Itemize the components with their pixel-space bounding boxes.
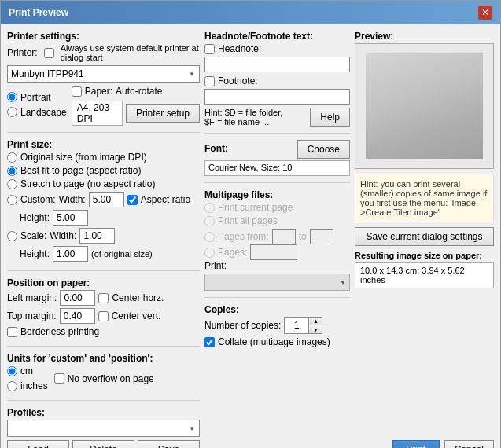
printer-combo-wrapper: Munbyn ITPP941 (7, 65, 200, 83)
pages-from-row: Pages from: to (204, 229, 350, 244)
print-combo-arrow-icon: ▼ (340, 279, 346, 286)
aspect-ratio-checkbox[interactable] (127, 195, 138, 205)
center-vert-checkbox[interactable] (98, 311, 109, 321)
original-size-radio[interactable] (7, 152, 17, 163)
save-settings-button[interactable]: Save current dialog settings (355, 227, 494, 246)
profiles-combo-wrapper (7, 420, 200, 437)
print-label-row: Print: (204, 260, 350, 271)
printer-label: Printer: (7, 47, 38, 58)
pages-input[interactable] (250, 244, 297, 260)
height-label: Height: (20, 212, 50, 223)
inches-row: inches (7, 380, 48, 391)
pages-from-radio[interactable] (204, 232, 215, 242)
spinner-buttons: ▲ ▼ (308, 318, 322, 333)
portrait-label: Portrait (20, 92, 51, 103)
scale-radio[interactable] (7, 231, 17, 241)
print-all-radio[interactable] (204, 216, 215, 226)
pages-from-input[interactable] (272, 229, 296, 244)
print-button[interactable]: Print (392, 440, 440, 448)
portrait-row: Portrait (7, 92, 67, 103)
printer-setup-button[interactable]: Printer setup (126, 104, 200, 123)
scale-width-input[interactable] (79, 228, 115, 244)
printer-label-row: Printer: Always use system default print… (7, 43, 200, 62)
multipage-section: Multipage files: Print current page Prin… (204, 189, 350, 291)
copies-input[interactable] (285, 318, 308, 333)
top-margin-row: Top margin: Center vert. (7, 308, 200, 324)
delete-button[interactable]: Delete (72, 440, 134, 448)
inches-radio[interactable] (7, 381, 17, 391)
copies-section: Copies: Number of copies: ▲ ▼ Collate (m… (204, 304, 350, 347)
collate-row: Collate (multipage images) (204, 336, 350, 347)
orientation-row: Portrait Landscape Paper: Auto-rotate (7, 86, 200, 126)
sep3 (7, 346, 200, 347)
spinner-up-button[interactable]: ▲ (309, 318, 322, 325)
units-row: cm inches No overflow on page (7, 365, 200, 394)
print-current-radio[interactable] (204, 203, 215, 213)
auto-rotate-label: Auto-rotate (116, 86, 162, 97)
stretch-radio[interactable] (7, 179, 17, 189)
custom-width-input[interactable] (89, 192, 124, 207)
scale-height-input[interactable] (53, 246, 88, 262)
paper-dpi-row: A4, 203 DPI Printer setup (72, 101, 200, 126)
landscape-radio[interactable] (7, 107, 17, 117)
collate-checkbox[interactable] (204, 337, 215, 347)
headnote-section-label: Headnote/Footnote text: (204, 31, 350, 42)
custom-radio[interactable] (7, 195, 17, 205)
stretch-row: Stretch to page (no aspect ratio) (7, 178, 200, 189)
cancel-button[interactable]: Cancel (444, 440, 494, 448)
left-margin-row: Left margin: Center horz. (7, 290, 200, 306)
no-overflow-row: No overflow on page (54, 373, 154, 384)
profiles-select[interactable] (7, 420, 200, 437)
printer-select[interactable]: Munbyn ITPP941 (7, 65, 200, 83)
always-default-checkbox[interactable] (44, 48, 54, 58)
help-button[interactable]: Help (310, 108, 350, 127)
pages-row: Pages: (204, 244, 350, 260)
best-fit-radio[interactable] (7, 166, 17, 176)
choose-font-button[interactable]: Choose (297, 140, 350, 159)
close-button[interactable]: ✕ (478, 6, 492, 20)
center-horz-checkbox[interactable] (98, 293, 109, 303)
scale-height-label: Height: (20, 248, 50, 259)
print-all-label: Print all pages (218, 215, 278, 226)
save-profile-button[interactable]: Save (138, 440, 200, 448)
inches-label: inches (20, 380, 48, 391)
footnote-row: Footnote: (204, 75, 350, 86)
custom-label: Custom: (20, 194, 56, 205)
cm-radio[interactable] (7, 366, 17, 376)
no-overflow-label: No overflow on page (68, 373, 154, 384)
pages-radio[interactable] (204, 248, 215, 258)
footnote-checkbox[interactable] (204, 76, 215, 86)
top-margin-input[interactable] (60, 308, 95, 324)
spacer (355, 293, 494, 435)
portrait-radio[interactable] (7, 92, 17, 102)
load-button[interactable]: Load (7, 440, 69, 448)
pages-to-input[interactable] (310, 229, 333, 244)
msep3 (204, 297, 350, 298)
result-size-section: Resulting image size on paper: 10.0 x 14… (355, 251, 494, 288)
printer-settings-section: Printer settings: Printer: Always use sy… (7, 31, 200, 126)
custom-height-input[interactable] (53, 210, 88, 226)
position-section: Position on paper: Left margin: Center h… (7, 277, 200, 340)
left-margin-input[interactable] (60, 290, 95, 306)
headnote-input[interactable] (204, 57, 350, 72)
font-header-row: Font: Choose (204, 140, 350, 159)
auto-rotate-checkbox[interactable] (72, 86, 82, 97)
result-size-value: 10.0 x 14.3 cm; 3.94 x 5.62 inches (355, 262, 494, 288)
footnote-input[interactable] (204, 89, 350, 105)
custom-width-row: Custom: Width: Aspect ratio (7, 192, 200, 207)
headnote-checkbox[interactable] (204, 44, 215, 54)
aspect-ratio-label: Aspect ratio (141, 194, 190, 205)
custom-row: Custom: Width: Aspect ratio Height: (7, 192, 200, 226)
scale-label: Scale: (20, 230, 46, 241)
of-original-label: (of original size) (91, 249, 153, 259)
spinner-down-button[interactable]: ▼ (309, 325, 322, 333)
always-default-label: Always use system default printer at dia… (61, 43, 200, 62)
no-overflow-checkbox[interactable] (54, 373, 64, 384)
copies-label: Copies: (204, 304, 350, 315)
hint-row: Hint: $D = file folder, $F = file name .… (204, 108, 350, 127)
hint-text: Hint: $D = file folder, $F = file name .… (204, 108, 282, 127)
best-fit-row: Best fit to page (aspect ratio) (7, 165, 200, 176)
borderless-checkbox[interactable] (7, 327, 17, 337)
hint-box: Hint: you can print several (smaller) co… (355, 174, 494, 222)
top-margin-label: Top margin: (7, 310, 57, 321)
